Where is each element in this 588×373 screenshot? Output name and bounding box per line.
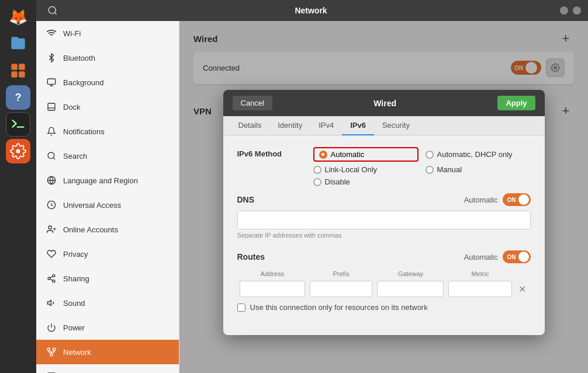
radio-link-local[interactable]: Link-Local Only <box>313 165 418 174</box>
sidebar-label-notifications: Notifications <box>63 127 170 136</box>
minimize-btn[interactable] <box>560 6 568 15</box>
route-gateway-cell <box>375 280 446 298</box>
devices-icon <box>46 371 57 373</box>
route-metric-input[interactable] <box>448 281 511 297</box>
routes-header: Routes Automatic ON <box>237 250 531 263</box>
dns-input[interactable] <box>237 211 531 229</box>
titlebar-title: Network <box>295 6 327 15</box>
col-prefix: Prefix <box>307 268 375 280</box>
radio-auto-dhcp[interactable]: Automatic, DHCP only <box>426 147 531 162</box>
radio-disable[interactable]: Disable <box>313 177 418 186</box>
svg-point-16 <box>53 280 55 283</box>
dock-software[interactable] <box>6 58 30 83</box>
svg-line-17 <box>50 279 53 281</box>
route-gateway-input[interactable] <box>377 281 444 297</box>
dns-label: DNS <box>237 195 464 204</box>
route-address-input[interactable] <box>240 281 306 297</box>
titlebar-search-btn[interactable] <box>43 1 62 20</box>
radio-automatic-box[interactable]: Automatic <box>313 147 418 162</box>
radio-auto-dhcp-circle <box>426 151 434 159</box>
radio-manual[interactable]: Manual <box>426 165 531 174</box>
svg-rect-7 <box>48 103 55 110</box>
network-icon <box>46 346 57 358</box>
dialog-apply-btn[interactable]: Apply <box>497 96 535 110</box>
sidebar-item-dock[interactable]: Dock <box>36 95 179 119</box>
tab-identity[interactable]: Identity <box>269 116 310 135</box>
sidebar-item-background[interactable]: Background <box>36 70 179 95</box>
sidebar-label-search: Search <box>63 152 170 161</box>
route-metric-cell <box>446 280 514 298</box>
sidebar-label-universal: Universal Access <box>63 201 170 210</box>
sidebar-label-power: Power <box>63 323 170 332</box>
titlebar: Network <box>36 0 588 21</box>
notifications-icon <box>46 126 57 137</box>
background-icon <box>46 76 57 88</box>
online-icon <box>46 224 57 235</box>
dialog-cancel-btn[interactable]: Cancel <box>233 96 272 110</box>
dns-knob <box>518 194 529 205</box>
sidebar-item-privacy[interactable]: Privacy <box>36 242 179 266</box>
sidebar-item-power[interactable]: Power <box>36 315 179 340</box>
privacy-icon <box>46 248 57 260</box>
dock-files[interactable] <box>6 32 30 56</box>
search-icon-sidebar <box>46 150 57 162</box>
app-dock: 🦊 ? <box>0 0 36 373</box>
sidebar-item-language[interactable]: Language and Region <box>36 168 179 193</box>
sidebar-item-bluetooth[interactable]: Bluetooth <box>36 46 179 70</box>
sidebar-item-devices[interactable]: Devices › <box>36 364 179 373</box>
dock-settings[interactable] <box>6 139 30 163</box>
routes-toggle[interactable]: ON <box>503 250 531 263</box>
connection-only-checkbox[interactable] <box>237 304 245 312</box>
radio-grid: Automatic Automatic, DHCP only <box>313 147 531 186</box>
tab-details[interactable]: Details <box>230 116 270 135</box>
sharing-icon <box>46 273 57 284</box>
routes-table: Address Prefix Gateway Metric <box>237 268 531 298</box>
radio-link-local-label: Link-Local Only <box>325 165 378 174</box>
svg-point-4 <box>49 6 56 13</box>
dns-auto-label: Automatic <box>464 196 498 204</box>
sidebar-item-sharing[interactable]: Sharing <box>36 266 179 291</box>
dialog-content: IPv6 Method Automatic <box>223 135 545 335</box>
dialog-title: Wired <box>373 99 396 108</box>
svg-rect-0 <box>11 64 17 70</box>
sidebar-item-wifi[interactable]: Wi-Fi <box>36 21 179 46</box>
svg-marker-19 <box>47 300 51 305</box>
main-content: Wired + Connected ON <box>179 21 588 373</box>
maximize-btn[interactable] <box>573 6 581 15</box>
dock-firefox[interactable]: 🦊 <box>6 5 30 29</box>
settings-window: Network Wi-Fi Bluetooth <box>36 0 588 373</box>
sidebar-item-notifications[interactable]: Notifications <box>36 119 179 144</box>
sidebar-item-sound[interactable]: Sound <box>36 291 179 315</box>
sidebar-item-search[interactable]: Search <box>36 144 179 168</box>
route-delete-btn[interactable]: ✕ <box>517 283 528 295</box>
svg-point-14 <box>53 274 55 277</box>
routes-label: Routes <box>237 252 464 262</box>
dock-help[interactable]: ? <box>6 85 30 110</box>
tab-security[interactable]: Security <box>374 116 418 135</box>
sidebar-item-universal[interactable]: Universal Access <box>36 193 179 217</box>
dialog-titlebar: Cancel Wired Apply <box>223 90 545 116</box>
dns-section: DNS Automatic ON Separate IP addresses w… <box>237 193 531 239</box>
dock-terminal[interactable] <box>6 112 30 137</box>
dns-toggle[interactable]: ON <box>503 193 531 206</box>
sidebar-item-online[interactable]: Online Accounts <box>36 217 179 242</box>
tab-ipv6[interactable]: IPv6 <box>342 116 374 135</box>
sidebar: Wi-Fi Bluetooth Background Dock <box>36 21 179 373</box>
col-address: Address <box>237 268 308 280</box>
wired-dialog: Cancel Wired Apply Details Identity IPv4… <box>223 90 545 335</box>
radio-auto-dhcp-label: Automatic, DHCP only <box>437 150 513 159</box>
table-row: ✕ <box>237 280 531 298</box>
svg-line-18 <box>50 276 53 278</box>
sidebar-label-wifi: Wi-Fi <box>63 29 170 38</box>
tab-ipv4[interactable]: IPv4 <box>310 116 342 135</box>
route-prefix-input[interactable] <box>310 281 372 297</box>
col-metric: Metric <box>446 268 514 280</box>
svg-point-8 <box>48 152 54 159</box>
sidebar-item-network[interactable]: Network <box>36 340 179 364</box>
svg-rect-6 <box>47 79 55 84</box>
radio-automatic-circle <box>319 151 327 159</box>
ipv6-method-label: IPv6 Method <box>237 147 313 158</box>
routes-auto-label: Automatic <box>464 253 498 262</box>
sidebar-label-bluetooth: Bluetooth <box>63 54 170 62</box>
svg-rect-2 <box>11 71 17 78</box>
